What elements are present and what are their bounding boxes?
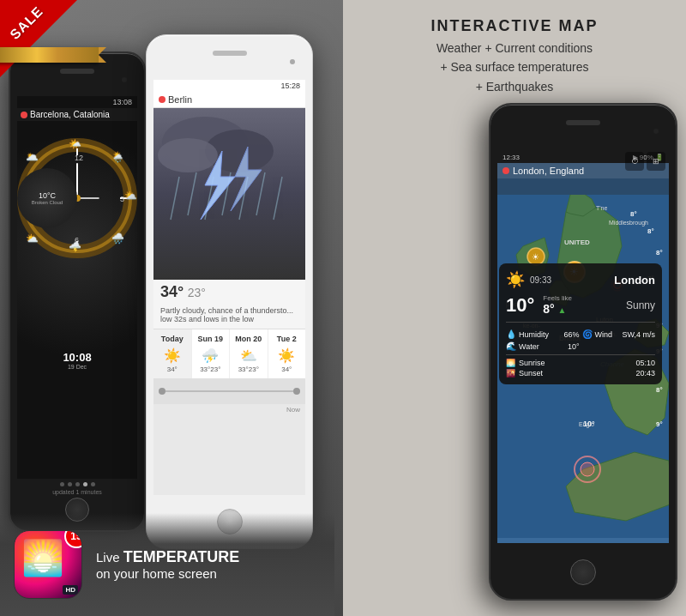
svg-line-21	[256, 172, 265, 215]
map-temp-3: 8°	[656, 249, 663, 257]
weather-icon-8: 🌧️	[111, 233, 124, 245]
phone1-body: 13:08 Barcelona, Catalonia	[9, 51, 146, 532]
forecast-mon20: Mon 20 ⛅ 33°23°	[230, 329, 268, 378]
subtitle-line3: + Earthquakes	[476, 80, 554, 94]
weather-ring-bg: 12 6 9 3 🌤️ 🌦️ ⛅ 🌧️ 🌩️	[17, 121, 137, 344]
map-temp-2: 8°	[647, 227, 654, 235]
popup-time: 09:33	[530, 275, 551, 285]
phone2-temp-big: 34° 23°	[153, 280, 305, 305]
updated-text: updated 1 minutes	[52, 489, 102, 495]
forecast-tue2-temp: 34°	[281, 365, 292, 373]
phone2-temp-low: 23°	[188, 286, 206, 299]
humidity-icon: 💧	[506, 329, 516, 339]
timeline	[153, 378, 305, 404]
weather-popup: ☀️ 09:33 London 10° Feels like 8° ▲	[499, 263, 662, 384]
map-temp-9: 8°	[656, 386, 663, 394]
phone2-status: 15:28	[153, 80, 305, 92]
timeline-dot-end	[293, 388, 300, 395]
ctrl-clock-btn[interactable]: ⏱	[625, 152, 644, 171]
phone1-status: 13:08	[17, 96, 137, 108]
phone2-city: Berlin	[168, 94, 192, 105]
right-header: INTERACTIVE MAP Weather + Current condit…	[343, 17, 686, 96]
popup-water-row: 🌊 Water 10°	[506, 341, 580, 351]
sunrise-value: 05:10	[635, 359, 655, 367]
subtitle-line1: Weather + Current conditions	[436, 41, 593, 55]
water-icon: 🌊	[506, 341, 516, 351]
tagline-prefix: Live TEMPERATURE	[96, 548, 239, 566]
right-section: INTERACTIVE MAP Weather + Current condit…	[343, 0, 686, 616]
popup-feelslike-val: 8° ▲	[543, 302, 572, 316]
svg-point-15	[158, 138, 218, 172]
phone2-temp-high: 34°	[160, 283, 184, 300]
weather-icon-3: 🌦️	[111, 151, 124, 163]
app-icon[interactable]: 🌅 15 HD	[14, 530, 82, 599]
popup-secondary: Feels like 8° ▲	[543, 294, 572, 316]
phone1-time: 13:08	[112, 98, 132, 106]
map-label-middleborough: Middlesbrough	[609, 220, 648, 226]
phone2-loc-dot	[159, 96, 165, 103]
timeline-now-label: Now	[153, 404, 305, 415]
phone3-home-btn[interactable]	[570, 559, 596, 585]
clock-description: Broken Cloud	[32, 200, 63, 205]
popup-temps: 10° Feels like 8° ▲ Sunny	[506, 294, 655, 323]
tagline-bold: TEMPERATURE	[123, 548, 240, 565]
weather-icon-9: 🌩️	[69, 241, 81, 253]
phone2-description: Partly cloudy, chance of a thundersto...…	[153, 305, 305, 329]
wind-icon: 🌀	[582, 329, 593, 339]
dot-5	[91, 482, 95, 486]
phone3-speaker	[566, 120, 600, 125]
map-temp-10: 9°	[656, 420, 663, 428]
sunset-icon: 🌇	[506, 369, 515, 377]
phone2-body: 15:28 Berlin	[146, 34, 313, 549]
phone3-body: 12:33 ▶ 90% 🔋 London, England ⏱ ⊞	[489, 103, 677, 601]
popup-water-label: Water	[519, 342, 539, 351]
popup-details: 💧 Humidity 66% 🌀 Wind SW,4 m/s 🌊	[506, 326, 655, 355]
phone1: 13:08 Barcelona, Catalonia	[9, 51, 146, 532]
phone3-location-bar: London, England ⏱ ⊞	[497, 163, 669, 178]
right-subtitle: Weather + Current conditions + Sea surfa…	[343, 39, 686, 96]
popup-humidity-value: 66%	[563, 330, 579, 339]
map-label-tne: T'ne	[596, 205, 608, 211]
weather-icon-1: 🌥️	[26, 151, 39, 163]
svg-line-22	[274, 177, 282, 220]
location-dot	[21, 112, 27, 118]
forecast-mon20-icon: ⛅	[240, 347, 257, 364]
phone1-city: Barcelona, Catalonia	[30, 110, 110, 119]
ctrl-layers-btn[interactable]: ⊞	[647, 152, 665, 171]
phone2-location: Berlin	[153, 92, 305, 108]
phone3-loc-dot	[502, 167, 509, 174]
clock-time-display: 10:08	[17, 351, 137, 364]
right-title: INTERACTIVE MAP	[343, 17, 686, 35]
popup-arrow: ▲	[558, 305, 567, 315]
dot-2	[68, 482, 72, 486]
popup-main-temp: 10°	[506, 294, 534, 317]
map-bubble-sun2: ☀	[532, 252, 539, 262]
sunset-value: 20:43	[635, 369, 655, 377]
weather-icon-10: ⛅	[26, 233, 39, 245]
phone3-city: London, England	[513, 166, 584, 176]
page-dots	[60, 482, 95, 486]
forecast-mon20-label: Mon 20	[235, 335, 262, 343]
storm-svg	[153, 108, 305, 280]
clock-time-date: 10:08 19 Dec	[17, 351, 137, 370]
phone3-time: 12:33	[502, 154, 520, 161]
phone2-time: 15:28	[280, 82, 300, 90]
phone1-camera	[122, 77, 127, 82]
weather-icon-12: 🌤️	[69, 138, 81, 150]
timeline-dot-start	[159, 388, 165, 395]
popup-humidity-row: 💧 Humidity 66%	[506, 329, 580, 339]
sunrise-icon: 🌅	[506, 359, 515, 367]
clock-temperature: 10°C	[39, 191, 56, 200]
popup-secondary-temp: 8°	[543, 302, 554, 316]
popup-humidity-label: Humidity	[519, 330, 549, 339]
phone2-screen: 15:28 Berlin	[153, 80, 305, 495]
forecast-sun19-label: Sun 19	[197, 335, 223, 343]
badge-number: 15	[70, 530, 81, 542]
tagline-prefix-text: Live	[96, 550, 123, 565]
dot-4-active	[83, 482, 87, 486]
map-temp-1: 8°	[630, 210, 637, 218]
forecast-tue2-label: Tue 2	[277, 335, 297, 343]
popup-sun-times: 🌅 Sunrise 05:10 🌇 Sunset 20:43	[506, 355, 655, 377]
popup-feels-label: Feels like	[543, 294, 572, 302]
app-icon-hd: HD	[63, 585, 78, 595]
